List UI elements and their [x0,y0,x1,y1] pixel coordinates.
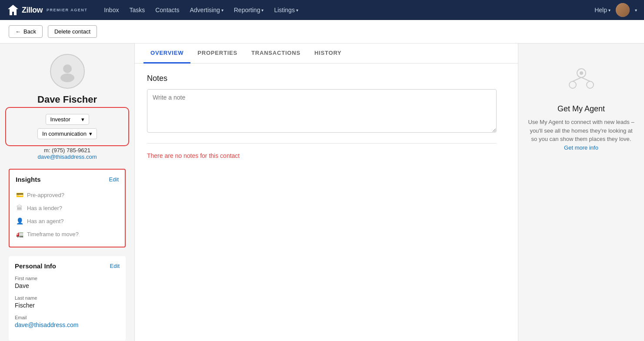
notes-area: Notes There are no notes for this contac… [135,64,509,170]
right-panel: Get My Agent Use My Agent to connect wit… [518,43,644,341]
svg-marker-0 [8,5,18,15]
sidebar: Dave Fischer Investor ▾ In communication… [0,43,135,341]
tab-properties[interactable]: Properties [190,43,244,64]
nav-advertising[interactable]: Advertising ▾ [185,5,227,15]
navigation: Zillow Premier Agent Inbox Tasks Contact… [0,0,644,20]
back-arrow-icon: ← [15,28,21,35]
insights-title: Insights [16,176,41,183]
notes-divider [147,143,497,144]
last-name-label: Last name [15,295,120,301]
email-field: Email dave@thisaddress.com [15,315,120,328]
timeframe-icon: 🚛 [16,230,23,238]
no-notes-message: There are no notes for this contact [147,152,497,159]
insights-section: Insights Edit 💳 Pre-approved? 🏛 Has a le… [9,169,126,247]
profile-section: Dave Fischer Investor ▾ In communication… [9,54,126,160]
main-content: Dave Fischer Investor ▾ In communication… [0,43,644,341]
svg-line-6 [573,77,581,81]
contact-email-link[interactable]: dave@thisaddress.com [9,154,126,160]
insight-pre-approved: 💳 Pre-approved? [16,188,119,201]
contact-phone: m: (975) 785-9621 [9,147,126,154]
notes-title: Notes [147,74,497,83]
get-agent-title: Get My Agent [557,104,605,114]
svg-point-4 [569,81,576,88]
help-menu[interactable]: Help ▾ [594,7,611,13]
main-panel: Overview Properties Transactions History… [135,43,518,341]
last-name-field: Last name Fischer [15,295,120,309]
svg-point-8 [580,71,583,75]
insight-timeframe: 🚛 Timeframe to move? [16,227,119,241]
personal-info-edit-link[interactable]: Edit [110,263,120,269]
insights-edit-link[interactable]: Edit [109,176,119,183]
contact-name: Dave Fischer [9,94,126,105]
first-name-label: First name [15,276,120,281]
svg-point-5 [587,81,594,88]
toolbar: ← Back Delete contact [0,20,644,43]
delete-contact-button[interactable]: Delete contact [48,25,97,38]
agent-icon: 👤 [16,217,23,225]
personal-info-title: Personal Info [15,262,56,270]
user-avatar[interactable] [616,3,630,17]
dropdown-chevron-status: ▾ [89,130,92,137]
first-name-field: First name Dave [15,276,120,289]
tags-section: Investor ▾ In communication ▾ [9,110,126,143]
back-button[interactable]: ← Back [9,25,43,38]
nav-right: Help ▾ ▾ [594,3,637,17]
get-agent-icon [564,61,599,97]
status-dropdown[interactable]: In communication ▾ [37,128,97,139]
svg-point-2 [60,74,74,82]
insights-header: Insights Edit [16,176,119,183]
pre-approved-icon: 💳 [16,191,23,199]
get-more-info-link[interactable]: Get more info [564,144,598,151]
personal-info-section: Personal Info Edit First name Dave Last … [9,256,126,341]
lender-icon: 🏛 [16,204,23,212]
nav-listings[interactable]: Listings ▾ [270,5,302,15]
svg-point-1 [63,64,72,73]
insight-has-lender: 🏛 Has a lender? [16,201,119,214]
logo[interactable]: Zillow Premier Agent [7,4,87,16]
insight-has-agent: 👤 Has an agent? [16,214,119,227]
dropdown-chevron-buyer: ▾ [81,116,84,123]
tab-overview[interactable]: Overview [143,43,190,64]
email-label: Email [15,315,120,320]
nav-tasks[interactable]: Tasks [125,5,149,15]
tabs: Overview Properties Transactions History [135,43,518,64]
tab-history[interactable]: History [307,43,349,64]
nav-inbox[interactable]: Inbox [100,5,123,15]
nav-links: Inbox Tasks Contacts Advertising ▾ Repor… [100,5,594,15]
email-value[interactable]: dave@thisaddress.com [15,321,120,328]
nav-reporting[interactable]: Reporting ▾ [230,5,268,15]
last-name-value: Fischer [15,302,120,309]
first-name-value: Dave [15,282,120,289]
avatar-dropdown-chevron[interactable]: ▾ [635,8,637,13]
tab-transactions[interactable]: Transactions [244,43,307,64]
svg-line-7 [581,77,590,81]
personal-info-header: Personal Info Edit [15,262,120,270]
brand-sub: Premier Agent [47,8,87,12]
buyer-type-dropdown[interactable]: Investor ▾ [46,114,89,125]
get-agent-description: Use My Agent to connect with new leads –… [527,118,635,152]
contact-avatar [50,54,85,89]
notes-textarea[interactable] [147,89,497,133]
brand-name: Zillow [22,6,43,15]
nav-contacts[interactable]: Contacts [151,5,184,15]
